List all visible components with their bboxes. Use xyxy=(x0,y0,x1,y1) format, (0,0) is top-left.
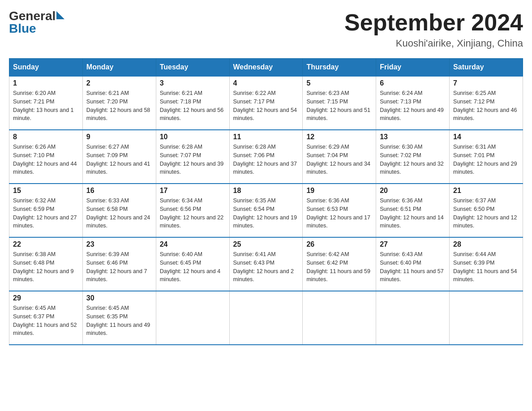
calendar-cell: 12 Sunrise: 6:29 AMSunset: 7:04 PMDaylig… xyxy=(303,130,376,184)
day-info: Sunrise: 6:24 AMSunset: 7:13 PMDaylight:… xyxy=(380,89,446,123)
day-number: 23 xyxy=(86,240,152,248)
day-number: 26 xyxy=(306,240,372,248)
day-info: Sunrise: 6:21 AMSunset: 7:18 PMDaylight:… xyxy=(160,89,226,123)
day-number: 19 xyxy=(306,187,372,195)
day-info: Sunrise: 6:26 AMSunset: 7:10 PMDaylight:… xyxy=(13,143,79,176)
calendar-table: SundayMondayTuesdayWednesdayThursdayFrid… xyxy=(9,58,523,345)
calendar-cell: 25 Sunrise: 6:41 AMSunset: 6:43 PMDaylig… xyxy=(229,237,303,291)
calendar-cell: 27 Sunrise: 6:43 AMSunset: 6:40 PMDaylig… xyxy=(376,237,450,291)
day-info: Sunrise: 6:45 AMSunset: 6:35 PMDaylight:… xyxy=(86,304,152,338)
calendar-cell: 7 Sunrise: 6:25 AMSunset: 7:12 PMDayligh… xyxy=(450,76,523,130)
day-number: 18 xyxy=(233,187,299,195)
day-info: Sunrise: 6:29 AMSunset: 7:04 PMDaylight:… xyxy=(306,143,372,176)
day-info: Sunrise: 6:28 AMSunset: 7:06 PMDaylight:… xyxy=(233,143,299,176)
calendar-cell: 26 Sunrise: 6:42 AMSunset: 6:42 PMDaylig… xyxy=(303,237,376,291)
day-info: Sunrise: 6:23 AMSunset: 7:15 PMDaylight:… xyxy=(306,89,372,123)
day-info: Sunrise: 6:39 AMSunset: 6:46 PMDaylight:… xyxy=(86,250,152,284)
day-number: 22 xyxy=(13,240,79,248)
day-number: 9 xyxy=(86,133,152,141)
day-number: 21 xyxy=(453,187,519,195)
calendar-cell: 24 Sunrise: 6:40 AMSunset: 6:45 PMDaylig… xyxy=(156,237,229,291)
day-info: Sunrise: 6:28 AMSunset: 7:07 PMDaylight:… xyxy=(160,143,226,176)
calendar-cell: 22 Sunrise: 6:38 AMSunset: 6:48 PMDaylig… xyxy=(9,237,83,291)
day-info: Sunrise: 6:27 AMSunset: 7:09 PMDaylight:… xyxy=(86,143,152,176)
day-number: 16 xyxy=(86,187,152,195)
weekday-header-sunday: Sunday xyxy=(9,59,83,77)
day-info: Sunrise: 6:41 AMSunset: 6:43 PMDaylight:… xyxy=(233,250,299,284)
logo: General Blue xyxy=(9,9,64,36)
day-number: 1 xyxy=(13,79,79,87)
weekday-header-row: SundayMondayTuesdayWednesdayThursdayFrid… xyxy=(9,59,523,77)
day-number: 3 xyxy=(160,79,226,87)
calendar-cell: 1 Sunrise: 6:20 AMSunset: 7:21 PMDayligh… xyxy=(9,76,83,130)
day-info: Sunrise: 6:35 AMSunset: 6:54 PMDaylight:… xyxy=(233,197,299,230)
page-header: General Blue September 2024 Kuoshi'airik… xyxy=(9,9,523,49)
calendar-title: September 2024 xyxy=(344,9,523,36)
day-number: 27 xyxy=(380,240,446,248)
day-info: Sunrise: 6:21 AMSunset: 7:20 PMDaylight:… xyxy=(86,89,152,123)
calendar-cell: 13 Sunrise: 6:30 AMSunset: 7:02 PMDaylig… xyxy=(376,130,450,184)
calendar-cell: 10 Sunrise: 6:28 AMSunset: 7:07 PMDaylig… xyxy=(156,130,229,184)
calendar-cell: 14 Sunrise: 6:31 AMSunset: 7:01 PMDaylig… xyxy=(450,130,523,184)
day-info: Sunrise: 6:38 AMSunset: 6:48 PMDaylight:… xyxy=(13,250,79,284)
calendar-week-row: 15 Sunrise: 6:32 AMSunset: 6:59 PMDaylig… xyxy=(9,184,523,237)
calendar-cell: 30 Sunrise: 6:45 AMSunset: 6:35 PMDaylig… xyxy=(82,291,156,345)
day-number: 20 xyxy=(380,187,446,195)
day-number: 6 xyxy=(380,79,446,87)
calendar-week-row: 22 Sunrise: 6:38 AMSunset: 6:48 PMDaylig… xyxy=(9,237,523,291)
day-info: Sunrise: 6:42 AMSunset: 6:42 PMDaylight:… xyxy=(306,250,372,284)
day-number: 29 xyxy=(13,294,79,302)
day-info: Sunrise: 6:30 AMSunset: 7:02 PMDaylight:… xyxy=(380,143,446,176)
day-number: 4 xyxy=(233,79,299,87)
calendar-cell: 5 Sunrise: 6:23 AMSunset: 7:15 PMDayligh… xyxy=(303,76,376,130)
calendar-cell: 4 Sunrise: 6:22 AMSunset: 7:17 PMDayligh… xyxy=(229,76,303,130)
logo-blue-text: Blue xyxy=(9,21,36,36)
calendar-cell: 29 Sunrise: 6:45 AMSunset: 6:37 PMDaylig… xyxy=(9,291,83,345)
calendar-cell: 23 Sunrise: 6:39 AMSunset: 6:46 PMDaylig… xyxy=(82,237,156,291)
calendar-cell: 15 Sunrise: 6:32 AMSunset: 6:59 PMDaylig… xyxy=(9,184,83,237)
day-info: Sunrise: 6:20 AMSunset: 7:21 PMDaylight:… xyxy=(13,89,79,123)
calendar-cell: 6 Sunrise: 6:24 AMSunset: 7:13 PMDayligh… xyxy=(376,76,450,130)
day-info: Sunrise: 6:45 AMSunset: 6:37 PMDaylight:… xyxy=(13,304,79,338)
weekday-header-wednesday: Wednesday xyxy=(229,59,303,77)
day-info: Sunrise: 6:22 AMSunset: 7:17 PMDaylight:… xyxy=(233,89,299,123)
day-info: Sunrise: 6:36 AMSunset: 6:53 PMDaylight:… xyxy=(306,197,372,230)
day-info: Sunrise: 6:40 AMSunset: 6:45 PMDaylight:… xyxy=(160,250,226,284)
day-number: 24 xyxy=(160,240,226,248)
calendar-cell: 9 Sunrise: 6:27 AMSunset: 7:09 PMDayligh… xyxy=(82,130,156,184)
day-number: 7 xyxy=(453,79,519,87)
calendar-cell: 2 Sunrise: 6:21 AMSunset: 7:20 PMDayligh… xyxy=(82,76,156,130)
day-info: Sunrise: 6:44 AMSunset: 6:39 PMDaylight:… xyxy=(453,250,519,284)
calendar-cell: 28 Sunrise: 6:44 AMSunset: 6:39 PMDaylig… xyxy=(450,237,523,291)
calendar-cell: 20 Sunrise: 6:36 AMSunset: 6:51 PMDaylig… xyxy=(376,184,450,237)
day-info: Sunrise: 6:36 AMSunset: 6:51 PMDaylight:… xyxy=(380,197,446,230)
weekday-header-friday: Friday xyxy=(376,59,450,77)
title-block: September 2024 Kuoshi'airike, Xinjiang, … xyxy=(344,9,523,49)
day-number: 14 xyxy=(453,133,519,141)
calendar-cell: 19 Sunrise: 6:36 AMSunset: 6:53 PMDaylig… xyxy=(303,184,376,237)
calendar-cell: 18 Sunrise: 6:35 AMSunset: 6:54 PMDaylig… xyxy=(229,184,303,237)
calendar-cell xyxy=(450,291,523,345)
logo-arrow-icon xyxy=(56,11,64,19)
calendar-cell: 21 Sunrise: 6:37 AMSunset: 6:50 PMDaylig… xyxy=(450,184,523,237)
weekday-header-monday: Monday xyxy=(82,59,156,77)
calendar-week-row: 1 Sunrise: 6:20 AMSunset: 7:21 PMDayligh… xyxy=(9,76,523,130)
weekday-header-thursday: Thursday xyxy=(303,59,376,77)
day-number: 11 xyxy=(233,133,299,141)
calendar-cell xyxy=(229,291,303,345)
day-number: 25 xyxy=(233,240,299,248)
day-info: Sunrise: 6:43 AMSunset: 6:40 PMDaylight:… xyxy=(380,250,446,284)
calendar-cell: 11 Sunrise: 6:28 AMSunset: 7:06 PMDaylig… xyxy=(229,130,303,184)
calendar-week-row: 8 Sunrise: 6:26 AMSunset: 7:10 PMDayligh… xyxy=(9,130,523,184)
day-info: Sunrise: 6:37 AMSunset: 6:50 PMDaylight:… xyxy=(453,197,519,230)
day-number: 12 xyxy=(306,133,372,141)
day-info: Sunrise: 6:31 AMSunset: 7:01 PMDaylight:… xyxy=(453,143,519,176)
day-info: Sunrise: 6:33 AMSunset: 6:58 PMDaylight:… xyxy=(86,197,152,230)
calendar-cell: 3 Sunrise: 6:21 AMSunset: 7:18 PMDayligh… xyxy=(156,76,229,130)
day-number: 28 xyxy=(453,240,519,248)
calendar-cell xyxy=(156,291,229,345)
day-number: 15 xyxy=(13,187,79,195)
day-number: 8 xyxy=(13,133,79,141)
calendar-cell xyxy=(376,291,450,345)
calendar-cell: 8 Sunrise: 6:26 AMSunset: 7:10 PMDayligh… xyxy=(9,130,83,184)
